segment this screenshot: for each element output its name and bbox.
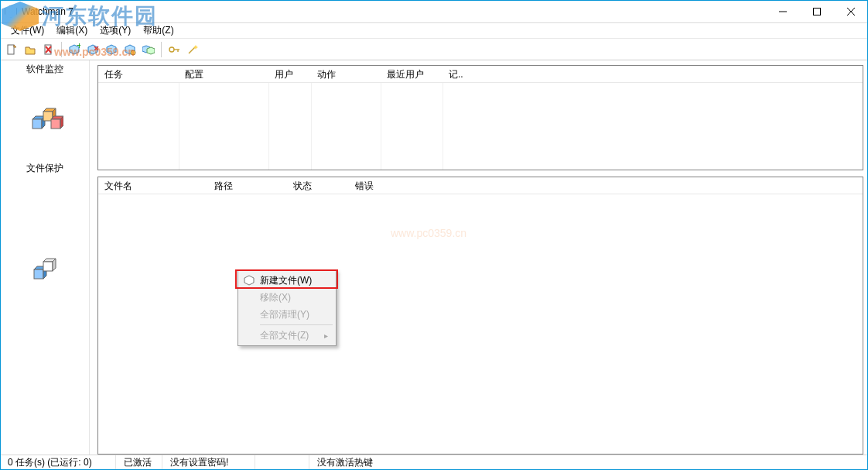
menu-bar: 文件(W) 编辑(X) 选项(Y) 帮助(Z) (0, 23, 868, 39)
close-button[interactable] (834, 0, 868, 23)
col-record[interactable]: 记.. (443, 66, 473, 82)
svg-rect-1 (814, 9, 821, 15)
ctx-separator (260, 324, 333, 325)
panel-files-body[interactable] (98, 194, 863, 454)
svg-marker-14 (107, 45, 116, 54)
menu-help[interactable]: 帮助(Z) (137, 22, 179, 39)
sidebar: 软件监控 文件保护 (0, 60, 90, 455)
col-recent-user[interactable]: 最近用户 (381, 66, 443, 82)
svg-marker-38 (244, 276, 254, 285)
panel-files: 文件名 路径 状态 错误 (97, 177, 863, 455)
col-filename[interactable]: 文件名 (98, 177, 208, 194)
panel-tasks-body[interactable] (98, 83, 863, 170)
svg-rect-30 (51, 119, 60, 129)
menu-file[interactable]: 文件(W) (5, 22, 50, 39)
ctx-clear-all-label: 全部清理(Y) (260, 308, 309, 321)
status-empty (255, 455, 309, 470)
svg-marker-5 (14, 45, 16, 47)
col-user[interactable]: 用户 (268, 66, 311, 82)
ctx-remove: 移除(X) (240, 289, 334, 306)
panel-tasks-headers: 任务 配置 用户 动作 最近用户 记.. (98, 66, 863, 83)
ctx-new-file-label: 新建文件(W) (260, 274, 312, 287)
svg-marker-11 (88, 45, 97, 54)
col-status[interactable]: 状态 (287, 177, 349, 194)
panel-tasks: 任务 配置 用户 动作 最近用户 记.. (97, 65, 863, 170)
col-action[interactable]: 动作 (311, 66, 381, 82)
toolbar-separator (61, 42, 62, 57)
svg-rect-33 (34, 269, 43, 279)
status-no-hotkey: 没有激活热键 (309, 455, 381, 470)
toolbar-cube-remove-icon[interactable] (84, 41, 101, 58)
window-title: Watchman 7 (22, 6, 73, 17)
sidebar-icon-protect[interactable] (0, 173, 89, 362)
context-menu: 新建文件(W) 移除(X) 全部清理(Y) 全部文件(Z) (238, 269, 337, 346)
col-error[interactable]: 错误 (349, 177, 411, 194)
toolbar-cube-gear-icon[interactable] (121, 41, 138, 58)
svg-point-16 (131, 50, 135, 55)
content-area: 任务 配置 用户 动作 最近用户 记.. 文件名 路径 (90, 60, 868, 455)
toolbar-open-icon[interactable] (22, 41, 39, 58)
col-task[interactable]: 任务 (98, 66, 179, 82)
minimize-button[interactable] (766, 0, 800, 23)
hexagon-icon (244, 275, 255, 286)
toolbar-wand-icon[interactable] (184, 41, 201, 58)
ctx-remove-label: 移除(X) (260, 291, 291, 304)
ctx-clear-all: 全部清理(Y) (240, 306, 334, 323)
toolbar-delete-icon[interactable] (40, 41, 57, 58)
svg-rect-4 (8, 45, 14, 54)
sidebar-icon-monitor[interactable] (0, 74, 89, 160)
col-path[interactable]: 路径 (208, 177, 287, 194)
app-icon (5, 5, 17, 18)
toolbar-cube-add-icon[interactable]: + (66, 41, 83, 58)
svg-point-19 (169, 47, 174, 52)
sidebar-label-monitor: 软件监控 (0, 60, 89, 74)
title-bar: Watchman 7 (0, 0, 868, 23)
svg-rect-36 (43, 262, 53, 271)
ctx-new-file[interactable]: 新建文件(W) (240, 272, 334, 289)
menu-options[interactable]: 选项(Y) (94, 22, 137, 39)
status-no-password: 没有设置密码! (162, 455, 255, 470)
toolbar-key-icon[interactable] (166, 41, 183, 58)
ctx-all-files-label: 全部文件(Z) (260, 329, 309, 342)
status-bar: 0 任务(s) (已运行: 0) 已激活 没有设置密码! 没有激活热键 (0, 455, 868, 470)
status-activated: 已激活 (116, 455, 162, 470)
menu-edit[interactable]: 编辑(X) (50, 22, 94, 39)
main-area: 软件监控 文件保护 (0, 60, 868, 455)
toolbar-cube-icon[interactable] (103, 41, 120, 58)
toolbar: + (0, 39, 868, 60)
svg-rect-24 (32, 119, 42, 129)
ctx-all-files: 全部文件(Z) (240, 327, 334, 344)
panel-files-headers: 文件名 路径 状态 错误 (98, 177, 863, 194)
status-tasks: 0 任务(s) (已运行: 0) (0, 455, 116, 470)
svg-marker-18 (147, 47, 155, 54)
toolbar-two-cubes-icon[interactable] (140, 41, 157, 58)
svg-text:+: + (77, 43, 80, 51)
col-config[interactable]: 配置 (179, 66, 268, 82)
maximize-button[interactable] (800, 0, 834, 23)
toolbar-new-icon[interactable] (3, 41, 20, 58)
toolbar-separator (161, 42, 162, 57)
sidebar-label-protect: 文件保护 (0, 160, 89, 173)
